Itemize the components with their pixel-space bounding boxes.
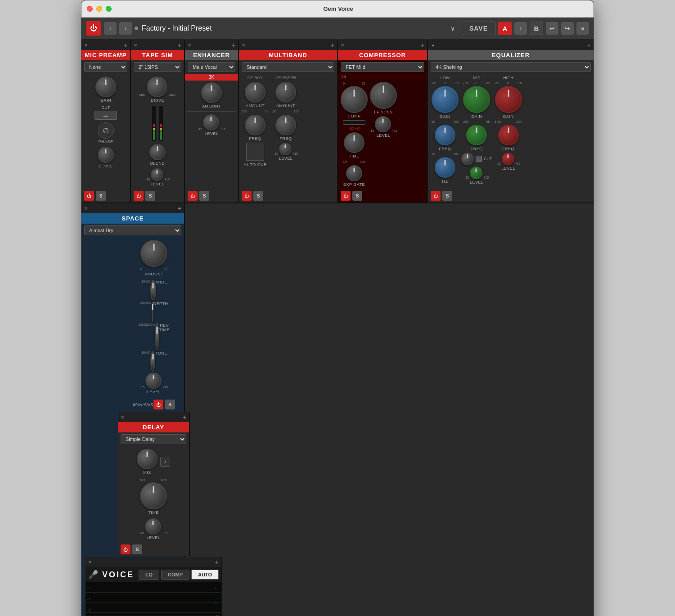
space-revtime-knob[interactable] xyxy=(155,323,159,350)
multiband-power[interactable]: ⏻ xyxy=(242,191,252,201)
eq-low-freq-knob[interactable] xyxy=(435,125,455,145)
space-amount-knob[interactable] xyxy=(140,240,167,267)
delay-level-knob[interactable] xyxy=(145,518,161,535)
redo-button[interactable]: ↪ xyxy=(561,22,574,35)
forward-button[interactable]: › xyxy=(119,22,132,35)
tab-auto[interactable]: AUTO xyxy=(191,570,219,580)
tape-sim-solo[interactable]: S xyxy=(145,191,155,201)
voice-settings-icon[interactable]: ✕ xyxy=(88,560,92,565)
deesser-freq-label: FREQ xyxy=(279,136,292,141)
multiband-add-icon[interactable]: + xyxy=(331,41,334,49)
eq-low-gain-knob[interactable] xyxy=(432,86,459,113)
space-tone-knob[interactable] xyxy=(150,351,155,372)
space-level-knob[interactable] xyxy=(145,373,162,389)
enhancer-power[interactable]: ⏻ xyxy=(188,191,198,201)
eq-mid-level-knob[interactable] xyxy=(470,166,482,179)
menu-button[interactable]: ≡ xyxy=(576,22,589,35)
back-button[interactable]: ‹ xyxy=(104,22,117,35)
enhancer-settings-icon[interactable]: ✕ xyxy=(188,43,191,48)
debox-amount-knob[interactable] xyxy=(245,82,266,103)
enhancer-amount-knob[interactable] xyxy=(201,82,222,103)
time-knob[interactable] xyxy=(344,132,364,153)
eq-high-level-knob[interactable] xyxy=(502,153,514,165)
eq-low-knob3[interactable] xyxy=(435,157,455,178)
preset-dropdown[interactable]: ∨ xyxy=(446,22,459,35)
lfsens-knob[interactable] xyxy=(370,82,397,109)
tape-level-knob[interactable] xyxy=(151,168,163,181)
compressor-solo[interactable]: S xyxy=(352,191,362,201)
eq-high-freq-knob[interactable] xyxy=(498,125,519,145)
compressor-power[interactable]: ⏻ xyxy=(341,191,351,201)
multiband-solo[interactable]: S xyxy=(253,191,263,201)
enhancer-solo[interactable]: S xyxy=(199,191,209,201)
debox-freq-knob[interactable] xyxy=(245,115,266,135)
enhancer-add-icon[interactable]: + xyxy=(232,41,235,49)
tape-sim-dropdown[interactable]: 2" 15IPS xyxy=(134,62,181,72)
mic-preamp-settings-icon[interactable]: ✕ xyxy=(84,43,88,48)
eq-cut-checkbox[interactable] xyxy=(476,156,482,162)
enhancer-level-knob[interactable] xyxy=(203,114,219,130)
delay-power[interactable]: ⏻ xyxy=(121,544,130,554)
space-depth-knob[interactable] xyxy=(152,301,153,322)
eq-mid-gain-knob[interactable] xyxy=(463,86,490,113)
deesser-freq-knob[interactable] xyxy=(275,115,296,135)
level-knob[interactable] xyxy=(98,147,114,163)
gain-knob[interactable] xyxy=(95,76,116,97)
delay-mix-knob[interactable] xyxy=(137,449,158,469)
cut-button[interactable]: ▬ xyxy=(94,111,117,120)
blend-knob[interactable] xyxy=(149,144,166,160)
eq-back-icon[interactable]: ◄ xyxy=(431,43,435,48)
sp-lvl-max: +15 xyxy=(162,386,168,389)
deesser-level-knob[interactable] xyxy=(279,143,292,155)
eq-high-gain-knob[interactable] xyxy=(495,86,522,113)
space-power[interactable]: ⏻ xyxy=(153,400,163,409)
space-settings-icon[interactable]: ✕ xyxy=(84,206,88,211)
space-wide-knob[interactable] xyxy=(150,280,156,301)
eq-mid-knob3[interactable] xyxy=(461,153,474,165)
delay-add-icon[interactable]: + xyxy=(183,414,186,421)
enhancer-dropdown[interactable]: Male Vocal xyxy=(188,62,235,72)
gate-knob[interactable] xyxy=(346,165,362,181)
deesser-amount-knob[interactable] xyxy=(275,82,296,103)
mic-preamp-dropdown[interactable]: None xyxy=(84,62,127,72)
delay-time-knob[interactable] xyxy=(140,482,167,509)
save-button[interactable]: SAVE xyxy=(462,22,495,35)
compressor-settings-icon[interactable]: ✕ xyxy=(341,43,344,48)
mic-preamp-power[interactable]: ⏻ xyxy=(84,191,94,201)
eq-add-icon[interactable]: + xyxy=(587,41,591,49)
multiband-settings-icon[interactable]: ✕ xyxy=(242,43,245,48)
tab-comp[interactable]: COMP xyxy=(161,570,189,580)
space-dropdown[interactable]: Almost Dry xyxy=(84,225,181,235)
slot-a-button[interactable]: A xyxy=(498,22,512,35)
tab-eq[interactable]: EQ xyxy=(139,570,159,580)
tape-sim-add-icon[interactable]: + xyxy=(178,41,181,49)
delay-settings-icon[interactable]: ✕ xyxy=(121,415,124,420)
tape-sim-settings-icon[interactable]: ✕ xyxy=(134,43,137,48)
autocue-button[interactable] xyxy=(246,143,264,161)
space-solo[interactable]: S xyxy=(165,400,175,409)
tape-sim-power[interactable]: ⏻ xyxy=(134,191,144,201)
drive-knob[interactable] xyxy=(147,76,167,97)
comp-level-knob[interactable] xyxy=(375,116,391,132)
slot-b-button[interactable]: B xyxy=(530,22,543,35)
eq-solo[interactable]: S xyxy=(442,191,452,201)
mic-preamp-solo[interactable]: S xyxy=(96,191,106,201)
equalizer-dropdown[interactable]: 4K Shelving xyxy=(431,62,591,72)
delay-note-button[interactable]: ♪ xyxy=(160,457,170,467)
delay-solo[interactable]: S xyxy=(132,544,142,554)
compressor-add-icon[interactable]: + xyxy=(421,41,424,49)
voice-add-icon[interactable]: + xyxy=(215,558,219,566)
chevron-down-icon: ∨ xyxy=(450,25,455,32)
power-button[interactable]: ⏻ xyxy=(86,21,101,36)
phase-button[interactable]: ∅ xyxy=(98,122,114,139)
delay-dropdown[interactable]: Simple Delay xyxy=(121,434,186,444)
multiband-dropdown[interactable]: Standard xyxy=(242,62,334,72)
mic-preamp-add-icon[interactable]: + xyxy=(124,41,127,49)
eq-mid-freq-knob[interactable] xyxy=(466,125,487,145)
comp-knob[interactable] xyxy=(341,86,368,113)
eq-power[interactable]: ⏻ xyxy=(431,191,441,201)
compressor-dropdown[interactable]: FET Mild xyxy=(341,62,424,72)
slot-arrow[interactable]: › xyxy=(514,22,527,35)
undo-button[interactable]: ↩ xyxy=(546,22,558,35)
space-add-icon[interactable]: + xyxy=(178,205,181,212)
